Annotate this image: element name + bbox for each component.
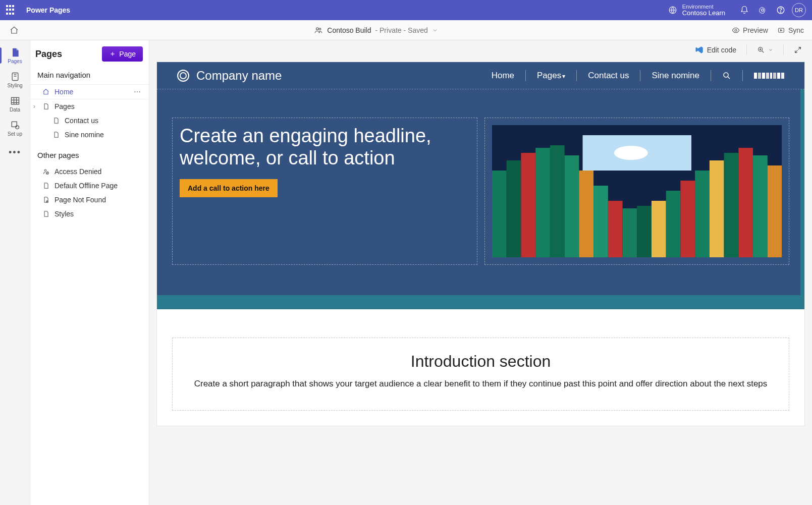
- page-icon: [42, 182, 50, 189]
- chevron-down-icon: [432, 27, 438, 33]
- chevron-right-icon[interactable]: ›: [33, 103, 35, 110]
- nav-item-sine[interactable]: Sine nomine: [30, 128, 149, 142]
- add-page-label: Page: [119, 50, 136, 58]
- hero-image-placeholder[interactable]: [492, 125, 782, 257]
- sync-button[interactable]: Sync: [777, 26, 804, 34]
- site-context[interactable]: Contoso Build - Private - Saved: [20, 26, 732, 35]
- site-brand[interactable]: Company name: [196, 69, 282, 83]
- rail-styling[interactable]: Styling: [0, 68, 30, 92]
- svg-point-19: [614, 146, 647, 160]
- nav-item-label: Page Not Found: [55, 196, 106, 204]
- canvas-toolbar: Edit code: [149, 40, 812, 60]
- svg-rect-38: [753, 155, 768, 257]
- other-item-offline[interactable]: Default Offline Page: [30, 179, 149, 193]
- expand-button[interactable]: [794, 46, 802, 54]
- edit-code-button[interactable]: Edit code: [695, 45, 736, 54]
- nav-item-label: Default Offline Page: [55, 182, 118, 190]
- teal-band: [157, 295, 804, 309]
- intro-box[interactable]: Introduction section Create a short para…: [172, 338, 789, 411]
- nav-item-label: Pages: [55, 102, 75, 110]
- intro-body[interactable]: Create a short paragraph that shows your…: [193, 378, 769, 390]
- intro-title[interactable]: Introduction section: [193, 352, 769, 371]
- hero-headline[interactable]: Create an engaging headline, welcome, or…: [180, 125, 470, 169]
- other-item-access-denied[interactable]: Access Denied: [30, 164, 149, 179]
- styling-icon: [10, 72, 20, 82]
- svg-rect-39: [767, 165, 782, 257]
- svg-rect-21: [506, 160, 521, 257]
- hero-section[interactable]: Create an engaging headline, welcome, or…: [157, 89, 804, 295]
- sync-label: Sync: [788, 26, 804, 34]
- site-name: Contoso Build: [327, 26, 371, 34]
- rail-data[interactable]: Data: [0, 92, 30, 116]
- hero-text-cell[interactable]: Create an engaging headline, welcome, or…: [172, 118, 477, 265]
- home-icon: [42, 88, 50, 95]
- svg-rect-26: [579, 171, 593, 257]
- environment-label: Environment: [682, 4, 725, 10]
- site-nav: Home Pages Contact us Sine nomine: [492, 70, 784, 81]
- nav-contact[interactable]: Contact us: [588, 71, 629, 81]
- nav-home[interactable]: Home: [492, 71, 514, 81]
- svg-rect-27: [593, 186, 608, 257]
- rail-pages[interactable]: Pages: [0, 43, 30, 68]
- other-pages-tree: Access Denied Default Offline Page Page …: [30, 164, 149, 221]
- people-icon: [314, 26, 323, 35]
- site-preview[interactable]: Company name Home Pages Contact us Sine …: [156, 62, 805, 426]
- app-header: Power Pages Environment Contoso Learn DR: [0, 0, 812, 20]
- main-nav-label: Main navigation: [30, 68, 149, 84]
- separator: [783, 45, 784, 55]
- hero-image-cell[interactable]: [484, 118, 790, 265]
- nav-search-icon[interactable]: [722, 71, 731, 80]
- help-icon[interactable]: [772, 0, 790, 20]
- separator: [576, 70, 577, 81]
- page-icon: [10, 47, 20, 58]
- page-error-icon: [42, 196, 50, 203]
- user-avatar[interactable]: DR: [792, 3, 806, 17]
- svg-rect-9: [11, 97, 19, 104]
- hero-cta-button[interactable]: Add a call to action here: [180, 179, 278, 197]
- app-launcher-icon[interactable]: [6, 5, 16, 15]
- preview-button[interactable]: Preview: [732, 26, 768, 34]
- person-denied-icon: [42, 168, 50, 175]
- separator: [640, 70, 640, 81]
- nav-sine[interactable]: Sine nomine: [652, 71, 699, 81]
- separator: [742, 70, 743, 81]
- svg-rect-32: [666, 191, 680, 257]
- home-icon[interactable]: [8, 26, 20, 35]
- main-nav-tree: Home › Pages Contact us Sine nomine: [30, 84, 149, 142]
- nav-item-home[interactable]: Home: [30, 84, 149, 99]
- add-page-button[interactable]: ＋ Page: [102, 46, 143, 62]
- notifications-icon[interactable]: [735, 0, 753, 20]
- svg-rect-31: [651, 201, 666, 257]
- other-item-notfound[interactable]: Page Not Found: [30, 193, 149, 207]
- intro-section[interactable]: Introduction section Create a short para…: [157, 309, 804, 426]
- separator: [711, 70, 711, 81]
- environment-name: Contoso Learn: [682, 10, 725, 17]
- nav-pages[interactable]: Pages: [537, 71, 565, 81]
- other-item-styles[interactable]: Styles: [30, 207, 149, 221]
- page-icon: [52, 131, 61, 138]
- svg-rect-34: [695, 171, 710, 257]
- svg-rect-24: [550, 145, 564, 257]
- page-icon: [52, 117, 61, 124]
- nav-item-pages[interactable]: › Pages: [30, 99, 149, 114]
- rail-more[interactable]: •••: [0, 140, 30, 164]
- nav-profile-placeholder[interactable]: [754, 73, 784, 79]
- page-icon: [42, 103, 50, 110]
- svg-point-6: [735, 29, 737, 31]
- site-header[interactable]: Company name Home Pages Contact us Sine …: [157, 62, 804, 89]
- svg-rect-36: [724, 153, 738, 257]
- edit-code-label: Edit code: [707, 46, 736, 54]
- nav-item-contact[interactable]: Contact us: [30, 114, 149, 128]
- svg-rect-23: [535, 148, 550, 257]
- other-pages-label: Other pages: [30, 142, 149, 164]
- site-status: - Private - Saved: [375, 26, 427, 34]
- svg-point-3: [780, 12, 781, 12]
- rail-setup[interactable]: Set up: [0, 116, 30, 140]
- zoom-button[interactable]: [757, 46, 773, 54]
- settings-icon[interactable]: [753, 0, 772, 20]
- ellipsis-icon: •••: [9, 147, 21, 158]
- site-logo-icon: [177, 70, 189, 82]
- environment-picker[interactable]: Environment Contoso Learn: [668, 4, 725, 17]
- workspace-rail: Pages Styling Data Set up •••: [0, 40, 30, 505]
- svg-point-1: [762, 9, 764, 12]
